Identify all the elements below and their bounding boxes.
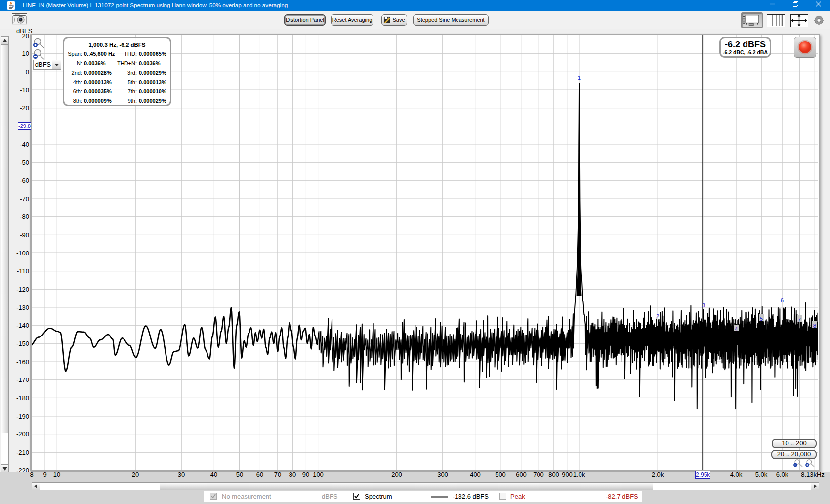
svg-text:5: 5 <box>760 316 763 322</box>
svg-text:6: 6 <box>781 297 784 303</box>
svg-text:2: 2 <box>656 313 659 319</box>
svg-text:1: 1 <box>578 75 581 81</box>
svg-text:8: 8 <box>813 323 816 329</box>
svg-text:7: 7 <box>798 317 801 323</box>
svg-text:4: 4 <box>735 326 738 332</box>
svg-text:3: 3 <box>702 302 705 308</box>
